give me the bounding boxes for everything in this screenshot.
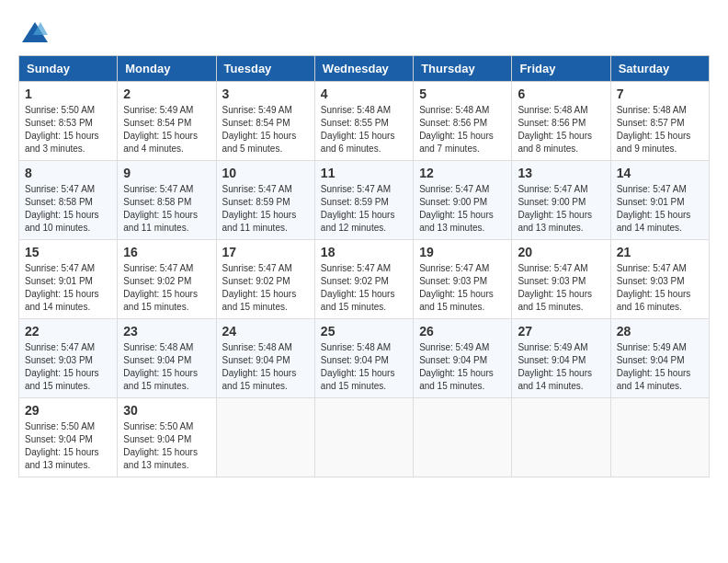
day-number: 30: [123, 403, 210, 418]
calendar-cell: 12 Sunrise: 5:47 AM Sunset: 9:00 PM Dayl…: [414, 161, 512, 240]
calendar-cell: 11 Sunrise: 5:47 AM Sunset: 8:59 PM Dayl…: [314, 161, 413, 240]
day-number: 18: [321, 245, 407, 259]
day-number: 27: [518, 324, 604, 339]
day-info: Sunrise: 5:49 AM Sunset: 8:54 PM Dayligh…: [222, 105, 297, 154]
day-number: 12: [419, 166, 506, 180]
day-number: 7: [617, 86, 703, 101]
week-row-1: 1 Sunrise: 5:50 AM Sunset: 8:53 PM Dayli…: [19, 82, 710, 161]
day-info: Sunrise: 5:50 AM Sunset: 8:53 PM Dayligh…: [25, 105, 99, 154]
calendar-cell: 15 Sunrise: 5:47 AM Sunset: 9:01 PM Dayl…: [19, 240, 118, 319]
day-number: 8: [25, 166, 111, 180]
weekday-header-sunday: Sunday: [19, 56, 118, 82]
calendar-cell: 23 Sunrise: 5:48 AM Sunset: 9:04 PM Dayl…: [118, 319, 216, 398]
week-row-2: 8 Sunrise: 5:47 AM Sunset: 8:58 PM Dayli…: [19, 161, 710, 240]
day-number: 14: [617, 166, 703, 180]
week-row-5: 29 Sunrise: 5:50 AM Sunset: 9:04 PM Dayl…: [19, 398, 710, 477]
day-info: Sunrise: 5:47 AM Sunset: 9:02 PM Dayligh…: [222, 263, 297, 312]
day-info: Sunrise: 5:47 AM Sunset: 8:59 PM Dayligh…: [222, 184, 297, 233]
day-number: 26: [419, 324, 506, 339]
calendar-cell: 20 Sunrise: 5:47 AM Sunset: 9:03 PM Dayl…: [512, 240, 610, 319]
day-info: Sunrise: 5:49 AM Sunset: 9:04 PM Dayligh…: [617, 342, 691, 391]
day-info: Sunrise: 5:47 AM Sunset: 9:00 PM Dayligh…: [518, 184, 592, 233]
day-info: Sunrise: 5:50 AM Sunset: 9:04 PM Dayligh…: [123, 421, 198, 470]
calendar-cell: 6 Sunrise: 5:48 AM Sunset: 8:56 PM Dayli…: [512, 82, 610, 161]
weekday-header-wednesday: Wednesday: [314, 56, 413, 82]
calendar-cell: 27 Sunrise: 5:49 AM Sunset: 9:04 PM Dayl…: [512, 319, 610, 398]
day-info: Sunrise: 5:47 AM Sunset: 9:01 PM Dayligh…: [617, 184, 691, 233]
day-info: Sunrise: 5:48 AM Sunset: 9:04 PM Dayligh…: [222, 342, 297, 391]
weekday-header-saturday: Saturday: [610, 56, 709, 82]
day-info: Sunrise: 5:48 AM Sunset: 9:04 PM Dayligh…: [123, 342, 198, 391]
day-number: 15: [25, 245, 111, 259]
day-info: Sunrise: 5:47 AM Sunset: 9:02 PM Dayligh…: [123, 263, 198, 312]
day-info: Sunrise: 5:47 AM Sunset: 8:59 PM Dayligh…: [321, 184, 395, 233]
logo: [18, 18, 50, 40]
day-number: 23: [123, 324, 210, 339]
calendar-cell: 9 Sunrise: 5:47 AM Sunset: 8:58 PM Dayli…: [118, 161, 216, 240]
day-number: 6: [518, 86, 604, 101]
calendar-cell: 3 Sunrise: 5:49 AM Sunset: 8:54 PM Dayli…: [216, 82, 314, 161]
calendar-cell: 5 Sunrise: 5:48 AM Sunset: 8:56 PM Dayli…: [414, 82, 512, 161]
calendar-cell: 26 Sunrise: 5:49 AM Sunset: 9:04 PM Dayl…: [414, 319, 512, 398]
calendar: SundayMondayTuesdayWednesdayThursdayFrid…: [18, 55, 710, 477]
day-number: 16: [123, 245, 210, 259]
day-number: 24: [222, 324, 309, 339]
day-info: Sunrise: 5:50 AM Sunset: 9:04 PM Dayligh…: [25, 421, 99, 470]
calendar-cell: 10 Sunrise: 5:47 AM Sunset: 8:59 PM Dayl…: [216, 161, 314, 240]
day-info: Sunrise: 5:47 AM Sunset: 9:03 PM Dayligh…: [617, 263, 691, 312]
day-info: Sunrise: 5:47 AM Sunset: 9:01 PM Dayligh…: [25, 263, 99, 312]
day-number: 3: [222, 86, 309, 101]
day-info: Sunrise: 5:49 AM Sunset: 9:04 PM Dayligh…: [518, 342, 592, 391]
calendar-cell: [512, 398, 610, 477]
calendar-cell: 7 Sunrise: 5:48 AM Sunset: 8:57 PM Dayli…: [610, 82, 709, 161]
calendar-cell: 17 Sunrise: 5:47 AM Sunset: 9:02 PM Dayl…: [216, 240, 314, 319]
day-number: 10: [222, 166, 309, 180]
calendar-cell: 16 Sunrise: 5:47 AM Sunset: 9:02 PM Dayl…: [118, 240, 216, 319]
weekday-header-monday: Monday: [118, 56, 216, 82]
calendar-cell: [414, 398, 512, 477]
calendar-cell: 22 Sunrise: 5:47 AM Sunset: 9:03 PM Dayl…: [19, 319, 118, 398]
day-number: 5: [419, 86, 506, 101]
calendar-cell: 25 Sunrise: 5:48 AM Sunset: 9:04 PM Dayl…: [314, 319, 413, 398]
calendar-cell: [216, 398, 314, 477]
logo-icon: [22, 18, 50, 46]
day-info: Sunrise: 5:47 AM Sunset: 9:03 PM Dayligh…: [518, 263, 592, 312]
day-info: Sunrise: 5:48 AM Sunset: 9:04 PM Dayligh…: [321, 342, 395, 391]
calendar-cell: 19 Sunrise: 5:47 AM Sunset: 9:03 PM Dayl…: [414, 240, 512, 319]
day-info: Sunrise: 5:47 AM Sunset: 9:03 PM Dayligh…: [419, 263, 494, 312]
day-number: 13: [518, 166, 604, 180]
calendar-cell: 28 Sunrise: 5:49 AM Sunset: 9:04 PM Dayl…: [610, 319, 709, 398]
day-info: Sunrise: 5:47 AM Sunset: 8:58 PM Dayligh…: [123, 184, 198, 233]
calendar-cell: [610, 398, 709, 477]
day-info: Sunrise: 5:48 AM Sunset: 8:56 PM Dayligh…: [518, 105, 592, 154]
day-info: Sunrise: 5:47 AM Sunset: 9:02 PM Dayligh…: [321, 263, 395, 312]
day-number: 25: [321, 324, 407, 339]
day-number: 2: [123, 86, 210, 101]
calendar-cell: 14 Sunrise: 5:47 AM Sunset: 9:01 PM Dayl…: [610, 161, 709, 240]
day-number: 11: [321, 166, 407, 180]
calendar-cell: 8 Sunrise: 5:47 AM Sunset: 8:58 PM Dayli…: [19, 161, 118, 240]
week-row-3: 15 Sunrise: 5:47 AM Sunset: 9:01 PM Dayl…: [19, 240, 710, 319]
calendar-cell: 29 Sunrise: 5:50 AM Sunset: 9:04 PM Dayl…: [19, 398, 118, 477]
day-info: Sunrise: 5:48 AM Sunset: 8:55 PM Dayligh…: [321, 105, 395, 154]
day-number: 22: [25, 324, 111, 339]
day-number: 20: [518, 245, 604, 259]
day-info: Sunrise: 5:49 AM Sunset: 9:04 PM Dayligh…: [419, 342, 494, 391]
header: [18, 18, 710, 40]
weekday-header-thursday: Thursday: [414, 56, 512, 82]
day-info: Sunrise: 5:47 AM Sunset: 9:03 PM Dayligh…: [25, 342, 99, 391]
day-info: Sunrise: 5:47 AM Sunset: 9:00 PM Dayligh…: [419, 184, 494, 233]
day-number: 29: [25, 403, 111, 418]
day-number: 1: [25, 86, 111, 101]
calendar-cell: 30 Sunrise: 5:50 AM Sunset: 9:04 PM Dayl…: [118, 398, 216, 477]
day-info: Sunrise: 5:49 AM Sunset: 8:54 PM Dayligh…: [123, 105, 198, 154]
calendar-cell: 1 Sunrise: 5:50 AM Sunset: 8:53 PM Dayli…: [19, 82, 118, 161]
day-info: Sunrise: 5:48 AM Sunset: 8:57 PM Dayligh…: [617, 105, 691, 154]
calendar-cell: 2 Sunrise: 5:49 AM Sunset: 8:54 PM Dayli…: [118, 82, 216, 161]
day-info: Sunrise: 5:48 AM Sunset: 8:56 PM Dayligh…: [419, 105, 494, 154]
day-number: 19: [419, 245, 506, 259]
week-row-4: 22 Sunrise: 5:47 AM Sunset: 9:03 PM Dayl…: [19, 319, 710, 398]
calendar-cell: [314, 398, 413, 477]
calendar-cell: 24 Sunrise: 5:48 AM Sunset: 9:04 PM Dayl…: [216, 319, 314, 398]
day-number: 28: [617, 324, 703, 339]
